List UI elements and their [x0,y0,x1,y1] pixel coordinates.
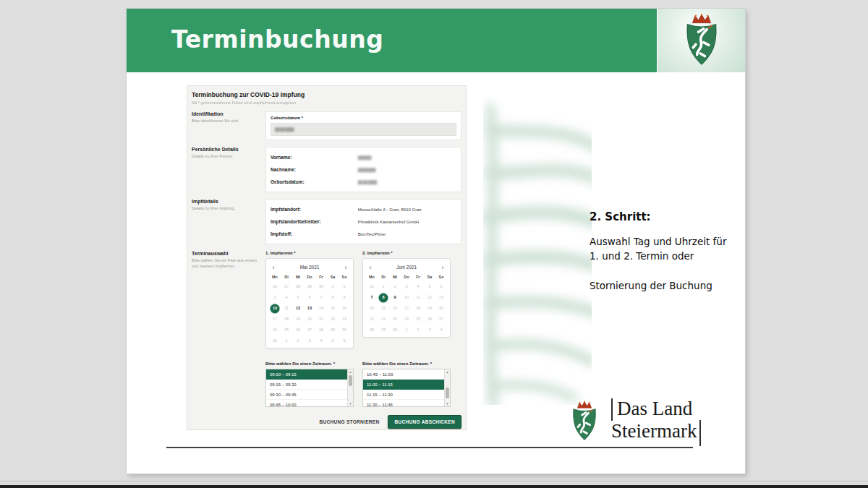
calendar-day: 28 [366,325,378,335]
calendar-next-icon[interactable]: › [341,263,350,272]
calendar-day: 14 [366,303,378,314]
first-timeslot-column: Bitte wählen Sie einen Zeitraum. * 09:00… [265,356,354,407]
section-identifikation: Identifikation Bitte identifizieren Sie … [192,111,461,140]
calendar-day: 19 [292,314,304,325]
logo-text-line: Steiermark [611,420,697,442]
calendar-day: 6 [304,292,315,303]
footer-rule [166,447,693,448]
calendar-day: 4 [435,325,447,335]
calendar-day: 18 [412,303,424,314]
page-bottom-bar [0,485,868,488]
calendar-day: 2 [339,281,350,292]
calendar: ‹ Juni 2021 › MoDiMiDoFrSaSo 31123456789… [362,258,451,338]
calendar-day: 30 [315,281,327,292]
birthdate-value-redacted: ██.██.████ [275,127,294,132]
calendar-day: 1 [401,325,412,335]
field-label: Impfstoff: [271,231,358,236]
weekday-label: Di [281,273,292,281]
timeslot-option[interactable]: 09:00 – 09:15 [266,369,347,380]
calendar-day: 1 [378,281,389,292]
weekday-label: Mi [389,273,401,281]
scroll-up-icon[interactable]: ▲ [445,369,450,374]
birthdate-input[interactable]: ██.██.████ [271,123,456,136]
detail-row: Impfstoff: BionTec/Pfizer [271,228,456,240]
section-description: Bitte identifizieren Sie sich. [192,118,264,124]
timeslot-option[interactable]: 09:15 – 09:30 [266,380,347,390]
calendar-day: 21 [366,314,378,325]
calendar-day[interactable]: 10 [269,303,281,314]
weekday-label: Sa [424,273,435,281]
timeslot-listbox[interactable]: 10:45 – 11:0011:00 – 11:1511:15 – 11:301… [362,369,451,407]
scrollbar[interactable]: ▲ ▼ [444,369,450,406]
section-description: Details zu Ihrer Impfung. [192,205,264,211]
scroll-down-icon[interactable]: ▼ [348,401,353,406]
first-appointment-column: 1. Impftermin * ‹ Mai 2021 › MoDiMiDoFrS… [265,251,354,356]
calendar-day: 29 [304,281,315,292]
section-title: Persönliche Details [192,147,264,152]
detail-row: Impfstandortbetreiber: Privatklinik Kast… [271,215,456,228]
calendar-prev-icon[interactable]: ‹ [269,263,278,272]
calendar-day: 1 [327,281,339,292]
scrollbar-thumb[interactable] [446,388,449,398]
calendar-day: 11 [412,292,424,303]
calendar-day: 9 [339,292,350,303]
calendar-prev-icon[interactable]: ‹ [366,263,375,272]
section-impfdetails: Impfdetails Details zu Ihrer Impfung. Im… [192,199,461,244]
steiermark-coat-of-arms [658,9,745,72]
calendar-day: 3 [304,335,315,346]
weekday-label: Do [304,273,315,281]
calendar-day: 14 [315,303,327,314]
field-label: Nachname: [271,167,358,172]
calendar-day: 6 [339,335,350,346]
calendar-label: 2. Impftermin * [362,251,451,255]
scroll-up-icon[interactable]: ▲ [348,369,353,374]
calendar-day: 16 [389,303,401,314]
scrollbar[interactable]: ▲ ▼ [347,369,353,406]
calendar-day[interactable]: 12 [292,303,304,314]
calendar-day[interactable]: 13 [304,303,315,314]
submit-booking-button[interactable]: BUCHUNG ABSCHICKEN [388,415,461,429]
logo-text-line: Das Land [617,398,697,420]
calendar-day[interactable]: 7 [366,292,378,303]
logo-line-decoration [699,420,701,446]
calendar-day: 8 [327,292,339,303]
calendar-day: 3 [269,292,281,303]
timeslot-option[interactable]: 09:45 – 10:00 [266,400,347,407]
calendar-day: 27 [435,314,447,325]
page-bottom-divider [0,481,868,481]
scroll-down-icon[interactable]: ▼ [445,401,450,406]
field-value: BionTec/Pfizer [358,232,456,236]
weekday-label: Fr [315,273,327,281]
calendar-day: 20 [435,303,447,314]
timeslot-option[interactable]: 09:30 – 09:45 [266,390,347,400]
weekday-label: Fr [412,273,424,281]
calendar-day[interactable]: 9 [389,292,401,303]
field-label: Impfstandort: [271,207,358,212]
calendar-day: 16 [339,303,350,314]
timeslot-option[interactable]: 11:30 – 11:45 [363,400,444,407]
weekday-label: Di [378,273,389,281]
calendar-next-icon[interactable]: › [438,263,447,272]
timeslot-option[interactable]: 10:45 – 11:00 [363,369,444,380]
section-description: Bitte wählen Sie ein Paar aus erstem und… [192,257,264,270]
field-label: Impfstandortbetreiber: [271,219,358,224]
calendar-day: 11 [281,303,292,314]
calendar-day: 31 [269,335,281,346]
calendar-day[interactable]: 8 [378,292,389,303]
calendar-day: 3 [424,325,435,335]
cancel-booking-button[interactable]: BUCHUNG STORNIEREN [320,419,380,424]
calendar-day: 5 [327,335,339,346]
section-title: Impfdetails [192,199,264,204]
calendar-day: 15 [327,303,339,314]
calendar-day: 25 [281,325,292,335]
scrollbar-thumb[interactable] [349,375,352,386]
calendar-day: 26 [292,325,304,335]
timeslot-listbox[interactable]: 09:00 – 09:1509:15 – 09:3009:30 – 09:450… [265,369,354,407]
timeslot-option[interactable]: 11:00 – 11:15 [363,380,444,390]
calendar-day: 22 [327,314,339,325]
section-title: Terminauswahl [192,251,264,256]
timeslot-label: Bitte wählen Sie einen Zeitraum. * [362,361,451,366]
calendar-day: 23 [389,314,401,325]
timeslot-option[interactable]: 11:15 – 11:30 [363,390,444,400]
section-title: Identifikation [192,111,264,116]
